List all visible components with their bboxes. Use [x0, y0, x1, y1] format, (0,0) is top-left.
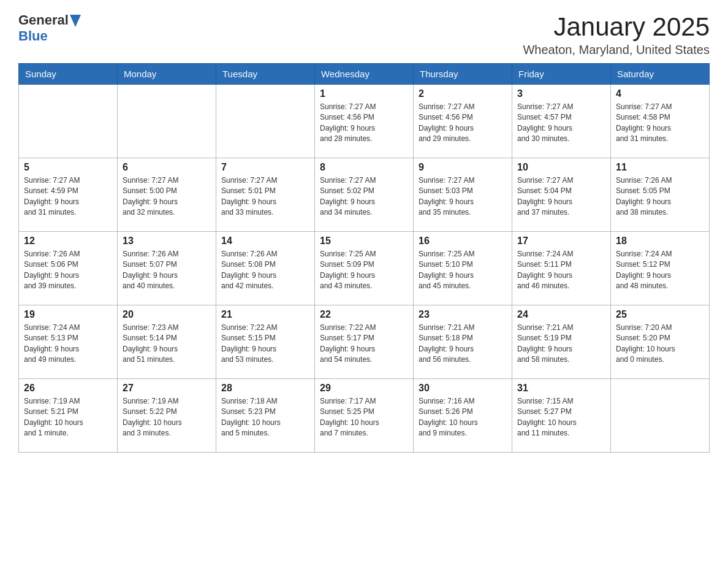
day-number: 18 [616, 236, 704, 247]
day-number: 19 [24, 309, 112, 320]
calendar-cell: 19Sunrise: 7:24 AMSunset: 5:13 PMDayligh… [19, 305, 118, 379]
day-number: 31 [517, 383, 605, 394]
calendar-cell [118, 85, 216, 158]
day-number: 17 [517, 236, 605, 247]
day-info: Sunrise: 7:27 AMSunset: 5:03 PMDaylight:… [419, 175, 507, 218]
day-info: Sunrise: 7:27 AMSunset: 5:00 PMDaylight:… [123, 175, 211, 218]
day-info: Sunrise: 7:17 AMSunset: 5:25 PMDaylight:… [320, 396, 408, 439]
weekday-header-monday: Monday [118, 64, 216, 85]
logo-general-text: General [18, 12, 69, 28]
calendar-cell: 15Sunrise: 7:25 AMSunset: 5:09 PMDayligh… [315, 232, 414, 305]
week-row-4: 19Sunrise: 7:24 AMSunset: 5:13 PMDayligh… [19, 305, 710, 379]
day-number: 28 [221, 383, 309, 394]
day-info: Sunrise: 7:15 AMSunset: 5:27 PMDaylight:… [517, 396, 605, 439]
calendar-cell: 11Sunrise: 7:26 AMSunset: 5:05 PMDayligh… [611, 158, 710, 232]
day-number: 22 [320, 309, 408, 320]
day-info: Sunrise: 7:24 AMSunset: 5:11 PMDaylight:… [517, 249, 605, 292]
day-number: 13 [123, 236, 211, 247]
calendar-cell: 13Sunrise: 7:26 AMSunset: 5:07 PMDayligh… [118, 232, 216, 305]
day-number: 29 [320, 383, 408, 394]
day-info: Sunrise: 7:24 AMSunset: 5:13 PMDaylight:… [24, 323, 112, 366]
calendar-cell: 16Sunrise: 7:25 AMSunset: 5:10 PMDayligh… [414, 232, 512, 305]
day-number: 7 [221, 162, 309, 173]
day-info: Sunrise: 7:22 AMSunset: 5:17 PMDaylight:… [320, 323, 408, 366]
page-header: General Blue January 2025 Wheaton, Maryl… [18, 12, 710, 57]
calendar-cell: 21Sunrise: 7:22 AMSunset: 5:15 PMDayligh… [216, 305, 315, 379]
calendar-cell: 6Sunrise: 7:27 AMSunset: 5:00 PMDaylight… [118, 158, 216, 232]
day-info: Sunrise: 7:27 AMSunset: 4:56 PMDaylight:… [320, 102, 408, 145]
calendar-cell: 3Sunrise: 7:27 AMSunset: 4:57 PMDaylight… [512, 85, 611, 158]
day-number: 6 [123, 162, 211, 173]
weekday-header-thursday: Thursday [414, 64, 512, 85]
calendar-cell: 14Sunrise: 7:26 AMSunset: 5:08 PMDayligh… [216, 232, 315, 305]
day-number: 15 [320, 236, 408, 247]
calendar-cell: 9Sunrise: 7:27 AMSunset: 5:03 PMDaylight… [414, 158, 512, 232]
logo: General Blue [18, 12, 81, 44]
day-info: Sunrise: 7:26 AMSunset: 5:06 PMDaylight:… [24, 249, 112, 292]
day-number: 11 [616, 162, 704, 173]
day-info: Sunrise: 7:25 AMSunset: 5:10 PMDaylight:… [419, 249, 507, 292]
day-number: 16 [419, 236, 507, 247]
day-number: 23 [419, 309, 507, 320]
month-title: January 2025 [523, 12, 710, 42]
day-info: Sunrise: 7:19 AMSunset: 5:21 PMDaylight:… [24, 396, 112, 439]
day-info: Sunrise: 7:27 AMSunset: 5:01 PMDaylight:… [221, 175, 309, 218]
calendar-cell: 28Sunrise: 7:18 AMSunset: 5:23 PMDayligh… [216, 379, 315, 453]
day-number: 4 [616, 88, 704, 99]
calendar-cell: 12Sunrise: 7:26 AMSunset: 5:06 PMDayligh… [19, 232, 118, 305]
week-row-1: 1Sunrise: 7:27 AMSunset: 4:56 PMDaylight… [19, 85, 710, 158]
logo-blue-text: Blue [18, 28, 48, 44]
day-number: 3 [517, 88, 605, 99]
day-info: Sunrise: 7:21 AMSunset: 5:19 PMDaylight:… [517, 323, 605, 366]
day-number: 24 [517, 309, 605, 320]
day-info: Sunrise: 7:27 AMSunset: 5:02 PMDaylight:… [320, 175, 408, 218]
day-info: Sunrise: 7:24 AMSunset: 5:12 PMDaylight:… [616, 249, 704, 292]
day-number: 27 [123, 383, 211, 394]
weekday-header-friday: Friday [512, 64, 611, 85]
day-info: Sunrise: 7:26 AMSunset: 5:07 PMDaylight:… [123, 249, 211, 292]
calendar-cell: 10Sunrise: 7:27 AMSunset: 5:04 PMDayligh… [512, 158, 611, 232]
week-row-3: 12Sunrise: 7:26 AMSunset: 5:06 PMDayligh… [19, 232, 710, 305]
location-title: Wheaton, Maryland, United States [523, 43, 710, 57]
weekday-header-tuesday: Tuesday [216, 64, 315, 85]
calendar-cell: 26Sunrise: 7:19 AMSunset: 5:21 PMDayligh… [19, 379, 118, 453]
day-info: Sunrise: 7:27 AMSunset: 4:59 PMDaylight:… [24, 175, 112, 218]
day-number: 25 [616, 309, 704, 320]
week-row-5: 26Sunrise: 7:19 AMSunset: 5:21 PMDayligh… [19, 379, 710, 453]
weekday-header-saturday: Saturday [611, 64, 710, 85]
calendar-cell: 1Sunrise: 7:27 AMSunset: 4:56 PMDaylight… [315, 85, 414, 158]
calendar-cell [611, 379, 710, 453]
day-number: 20 [123, 309, 211, 320]
calendar-cell: 2Sunrise: 7:27 AMSunset: 4:56 PMDaylight… [414, 85, 512, 158]
calendar-cell: 7Sunrise: 7:27 AMSunset: 5:01 PMDaylight… [216, 158, 315, 232]
day-number: 12 [24, 236, 112, 247]
calendar-cell: 5Sunrise: 7:27 AMSunset: 4:59 PMDaylight… [19, 158, 118, 232]
day-number: 8 [320, 162, 408, 173]
calendar-cell: 27Sunrise: 7:19 AMSunset: 5:22 PMDayligh… [118, 379, 216, 453]
day-info: Sunrise: 7:25 AMSunset: 5:09 PMDaylight:… [320, 249, 408, 292]
week-row-2: 5Sunrise: 7:27 AMSunset: 4:59 PMDaylight… [19, 158, 710, 232]
day-info: Sunrise: 7:16 AMSunset: 5:26 PMDaylight:… [419, 396, 507, 439]
calendar-cell: 8Sunrise: 7:27 AMSunset: 5:02 PMDaylight… [315, 158, 414, 232]
weekday-header-sunday: Sunday [19, 64, 118, 85]
day-info: Sunrise: 7:23 AMSunset: 5:14 PMDaylight:… [123, 323, 211, 366]
day-number: 30 [419, 383, 507, 394]
day-number: 10 [517, 162, 605, 173]
day-number: 2 [419, 88, 507, 99]
day-number: 21 [221, 309, 309, 320]
day-number: 14 [221, 236, 309, 247]
day-info: Sunrise: 7:21 AMSunset: 5:18 PMDaylight:… [419, 323, 507, 366]
day-number: 9 [419, 162, 507, 173]
calendar-cell: 18Sunrise: 7:24 AMSunset: 5:12 PMDayligh… [611, 232, 710, 305]
day-info: Sunrise: 7:20 AMSunset: 5:20 PMDaylight:… [616, 323, 704, 366]
calendar-table: SundayMondayTuesdayWednesdayThursdayFrid… [18, 63, 710, 453]
calendar-cell: 22Sunrise: 7:22 AMSunset: 5:17 PMDayligh… [315, 305, 414, 379]
day-number: 1 [320, 88, 408, 99]
day-number: 26 [24, 383, 112, 394]
calendar-cell: 25Sunrise: 7:20 AMSunset: 5:20 PMDayligh… [611, 305, 710, 379]
logo-triangle-icon [70, 15, 81, 27]
day-info: Sunrise: 7:22 AMSunset: 5:15 PMDaylight:… [221, 323, 309, 366]
weekday-header-row: SundayMondayTuesdayWednesdayThursdayFrid… [19, 64, 710, 85]
svg-marker-0 [70, 15, 81, 27]
day-info: Sunrise: 7:26 AMSunset: 5:08 PMDaylight:… [221, 249, 309, 292]
